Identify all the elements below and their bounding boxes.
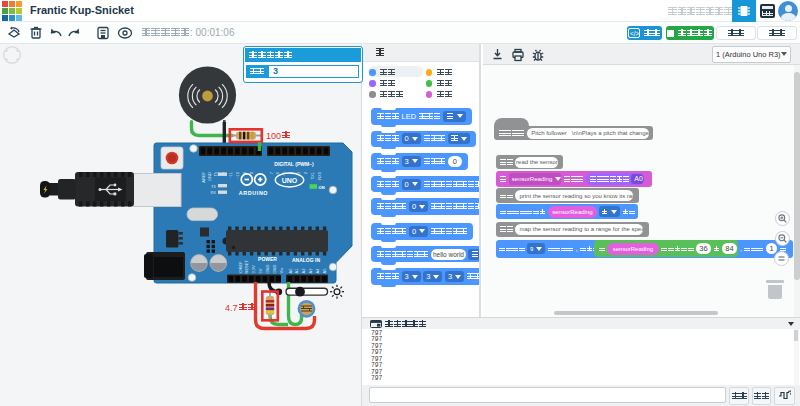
svg-text:RX: RX [210, 190, 216, 195]
svg-text:TX: TX [211, 184, 216, 189]
svg-text:ANALOG IN: ANALOG IN [292, 257, 320, 263]
svg-text:Vin: Vin [279, 268, 284, 274]
svg-text:IOREF: IOREF [238, 261, 243, 274]
svg-text:RESET: RESET [244, 260, 249, 274]
svg-text:POWER: POWER [258, 256, 277, 262]
svg-text:A5: A5 [322, 268, 327, 274]
svg-text:GND: GND [207, 172, 212, 181]
svg-text:4.7: 4.7 [225, 303, 238, 313]
svg-text:</>: </> [630, 30, 640, 37]
svg-text:DIGITAL (PWM~): DIGITAL (PWM~) [274, 161, 314, 167]
svg-text:A3: A3 [308, 268, 313, 274]
svg-text:TX1: TX1 [310, 171, 315, 179]
svg-text:ON: ON [319, 185, 325, 190]
svg-text:GND: GND [265, 265, 270, 274]
svg-text:GND: GND [272, 265, 277, 274]
svg-text:100: 100 [266, 131, 281, 141]
svg-text:A4: A4 [315, 268, 320, 274]
svg-text:A0: A0 [288, 268, 293, 274]
svg-text:5V: 5V [258, 268, 263, 273]
svg-text:UNO: UNO [282, 177, 298, 184]
svg-text:RX0: RX0 [317, 171, 322, 180]
svg-text:3.3V: 3.3V [251, 265, 256, 274]
svg-text:~11: ~11 [228, 171, 233, 178]
svg-text:ARDUINO: ARDUINO [239, 190, 268, 196]
svg-text:AREF: AREF [201, 171, 206, 182]
svg-text:A1: A1 [294, 268, 299, 274]
svg-text:~10: ~10 [235, 171, 240, 179]
svg-text:A2: A2 [301, 268, 306, 274]
